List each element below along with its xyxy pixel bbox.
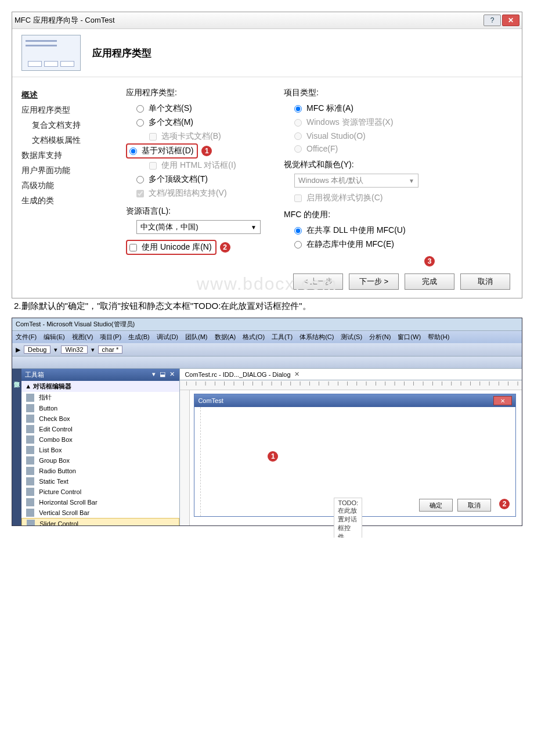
toolbox-item[interactable]: Vertical Scroll Bar bbox=[21, 507, 179, 518]
radio-single[interactable] bbox=[136, 105, 144, 113]
check-unicode[interactable] bbox=[129, 244, 137, 251]
nav-app-type[interactable]: 应用程序类型 bbox=[21, 103, 120, 118]
toolbox-item[interactable]: Slider Control bbox=[21, 518, 179, 525]
visual-select: Windows 本机/默认 ▼ bbox=[294, 174, 418, 188]
menu-debug[interactable]: 调试(D) bbox=[157, 333, 178, 341]
control-icon bbox=[26, 435, 34, 444]
ok-button[interactable]: 确定 bbox=[419, 499, 453, 512]
check-tabbed bbox=[149, 133, 157, 141]
vs-menubar: 文件(F) 编辑(E) 视图(V) 项目(P) 生成(B) 调试(D) 团队(M… bbox=[12, 331, 522, 343]
toolbox-item[interactable]: Picture Control bbox=[21, 487, 179, 497]
menu-project[interactable]: 项目(P) bbox=[100, 333, 121, 341]
dialog-title: ComTest bbox=[198, 397, 223, 404]
nav-classes[interactable]: 生成的类 bbox=[21, 193, 120, 208]
cancel-btn[interactable]: 取消 bbox=[457, 499, 491, 512]
toolbox-item[interactable]: Edit Control bbox=[21, 424, 179, 434]
marker-1: 1 bbox=[201, 146, 212, 156]
menu-test[interactable]: 测试(S) bbox=[341, 333, 362, 341]
toolbox-title: 工具箱 bbox=[25, 370, 44, 379]
label-unicode: 使用 Unicode 库(N) bbox=[142, 242, 212, 253]
wizard-nav: 概述 应用程序类型 复合文档支持 文档模板属性 数据库支持 用户界面功能 高级功… bbox=[12, 77, 120, 265]
toolbox-item-label: Vertical Scroll Bar bbox=[39, 509, 89, 516]
toolbox-item[interactable]: Check Box bbox=[21, 413, 179, 424]
cancel-button[interactable]: 取消 bbox=[460, 273, 510, 290]
toolbox-item-label: List Box bbox=[39, 447, 62, 453]
toolbox-item-label: Check Box bbox=[39, 415, 70, 422]
config-select[interactable]: Debug bbox=[24, 345, 50, 354]
radio-dialog[interactable] bbox=[129, 147, 137, 155]
visual-label: 视觉样式和颜色(Y): bbox=[284, 160, 418, 170]
menu-help[interactable]: 帮助(H) bbox=[428, 333, 449, 341]
vs-window: ComTest - Microsoft Visual Studio(管理员) 文… bbox=[12, 318, 522, 526]
nav-doc-template[interactable]: 文档模板属性 bbox=[21, 133, 120, 148]
toolbox-item[interactable]: Horizontal Scroll Bar bbox=[21, 497, 179, 507]
toolbox-item[interactable]: Button bbox=[21, 403, 179, 413]
toolbox-item[interactable]: Combo Box bbox=[21, 434, 179, 445]
platform-select[interactable]: Win32 bbox=[61, 345, 87, 354]
marker-2: 2 bbox=[220, 242, 230, 253]
toolbox-item[interactable]: List Box bbox=[21, 445, 179, 455]
side-tab-label: 数据源 bbox=[12, 373, 20, 377]
toolbox-item[interactable]: Group Box bbox=[21, 455, 179, 466]
toolbox-item[interactable]: Radio Button bbox=[21, 466, 179, 476]
wizard-titlebar: MFC 应用程序向导 - ComTest ? ✕ bbox=[12, 12, 522, 29]
menu-format[interactable]: 格式(O) bbox=[243, 333, 265, 341]
toolbox-item-label: Radio Button bbox=[39, 467, 76, 474]
design-tab-label: ComTest.rc - IDD..._DIALOG - Dialog bbox=[185, 371, 290, 378]
next-button[interactable]: 下一步 > bbox=[349, 273, 399, 290]
close-button[interactable]: ✕ bbox=[502, 15, 519, 26]
close-icon[interactable]: ✕ bbox=[294, 370, 300, 378]
dialog-titlebar: ComTest ✕ bbox=[194, 394, 515, 407]
nav-overview[interactable]: 概述 bbox=[21, 88, 120, 103]
menu-team[interactable]: 团队(M) bbox=[185, 333, 208, 341]
radio-top[interactable] bbox=[136, 176, 144, 183]
nav-ui[interactable]: 用户界面功能 bbox=[21, 163, 120, 178]
dialog-close-icon[interactable]: ✕ bbox=[493, 396, 512, 405]
check-html bbox=[149, 162, 157, 170]
nav-compound[interactable]: 复合文档支持 bbox=[21, 118, 120, 133]
radio-mfc-shared[interactable] bbox=[294, 227, 302, 235]
side-tab[interactable]: 数据源 bbox=[12, 369, 21, 525]
menu-edit[interactable]: 编辑(E) bbox=[44, 333, 65, 341]
res-lang-select[interactable]: 中文(简体，中国) ▼ bbox=[136, 220, 261, 234]
radio-mfc-static[interactable] bbox=[294, 241, 302, 249]
menu-data[interactable]: 数据(A) bbox=[215, 333, 236, 341]
pin-close-icons[interactable]: ▾ ⬓ ✕ bbox=[152, 370, 176, 379]
static-text[interactable]: TODO: 在此放置对话框控件。 bbox=[334, 498, 362, 538]
toolbox-item[interactable]: Static Text bbox=[21, 476, 179, 487]
menu-view[interactable]: 视图(V) bbox=[72, 333, 93, 341]
check-visual-switch bbox=[294, 195, 302, 202]
marker-2b: 2 bbox=[499, 499, 510, 509]
label-multi: 多个文档(M) bbox=[149, 117, 193, 128]
menu-analyze[interactable]: 分析(N) bbox=[369, 333, 391, 341]
wizard-heading: 应用程序类型 bbox=[92, 46, 151, 60]
help-button[interactable]: ? bbox=[484, 15, 501, 26]
menu-file[interactable]: 文件(F) bbox=[16, 333, 37, 341]
chevron-down-icon: ▼ bbox=[251, 224, 257, 231]
prev-button[interactable]: < 上一步 bbox=[293, 273, 343, 290]
find-box[interactable]: char * bbox=[98, 345, 123, 354]
label-mfc-static: 在静态库中使用 MFC(E) bbox=[306, 239, 394, 250]
toolbox-header: 工具箱 ▾ ⬓ ✕ bbox=[21, 369, 179, 381]
finish-button[interactable]: 完成 bbox=[405, 273, 454, 290]
proj-type-label: 项目类型: bbox=[284, 88, 418, 98]
dialog-preview[interactable]: ComTest ✕ TODO: 在此放置对话框控件。 1 确定 取消 bbox=[194, 394, 516, 517]
toolbox-category[interactable]: ▲ 对话框编辑器 bbox=[21, 381, 179, 392]
design-tab[interactable]: ComTest.rc - IDD..._DIALOG - Dialog ✕ bbox=[180, 369, 522, 380]
vs-title: ComTest - Microsoft Visual Studio(管理员) bbox=[12, 318, 522, 331]
visual-value: Windows 本机/默认 bbox=[298, 175, 363, 186]
radio-multi[interactable] bbox=[136, 119, 144, 127]
control-icon bbox=[27, 520, 35, 525]
menu-arch[interactable]: 体系结构(C) bbox=[300, 333, 334, 341]
toolbox-item-label: Combo Box bbox=[39, 436, 72, 443]
menu-window[interactable]: 窗口(W) bbox=[398, 333, 421, 341]
toolbox-item[interactable]: 指针 bbox=[21, 392, 179, 403]
nav-advanced[interactable]: 高级功能 bbox=[21, 178, 120, 193]
toolbox-item-label: Group Box bbox=[39, 457, 70, 464]
menu-tools[interactable]: 工具(T) bbox=[272, 333, 293, 341]
control-icon bbox=[26, 498, 34, 506]
nav-database[interactable]: 数据库支持 bbox=[21, 148, 120, 163]
menu-build[interactable]: 生成(B) bbox=[128, 333, 150, 341]
radio-mfc[interactable] bbox=[294, 105, 302, 113]
caption-text: 2.删除默认的"确定"，"取消"按钮和静态文本框"TODO:在此放置对话框控件"… bbox=[14, 301, 520, 312]
